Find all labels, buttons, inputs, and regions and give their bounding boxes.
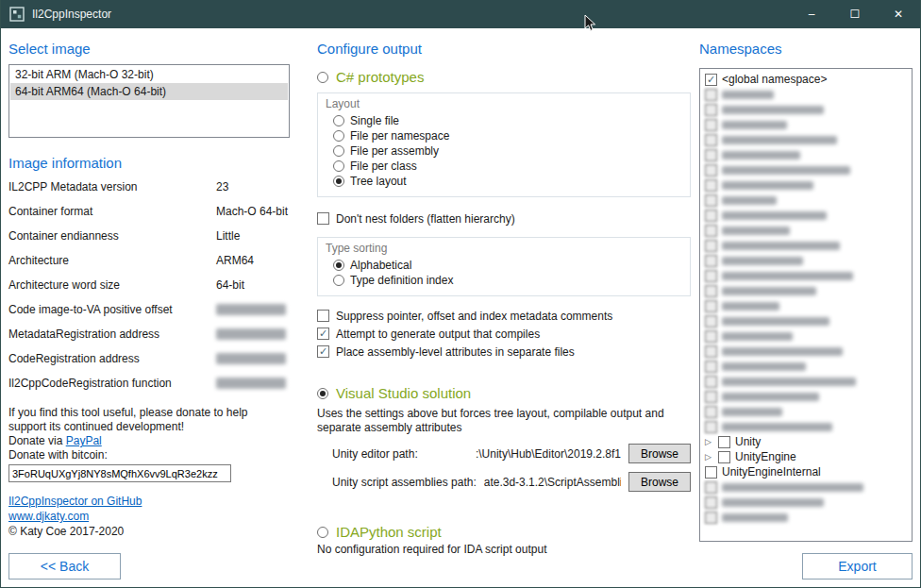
- checkbox[interactable]: [705, 255, 717, 267]
- image-list-item[interactable]: 64-bit ARM64 (Mach-O 64-bit): [10, 83, 288, 100]
- expander-icon[interactable]: ▷: [705, 434, 713, 449]
- checkbox[interactable]: [705, 361, 717, 373]
- minimize-button[interactable]: –: [790, 0, 833, 28]
- namespace-row[interactable]: [702, 313, 910, 328]
- namespace-row[interactable]: [702, 510, 910, 525]
- flatten-checkbox-row[interactable]: Don't nest folders (flatten hierarchy): [317, 212, 691, 226]
- checkbox[interactable]: [705, 512, 717, 524]
- checkbox[interactable]: [705, 421, 717, 433]
- checkbox[interactable]: [705, 466, 717, 479]
- checkbox[interactable]: [705, 134, 717, 146]
- checkbox[interactable]: [705, 496, 717, 509]
- namespace-row[interactable]: [702, 298, 910, 313]
- idapython-radio[interactable]: [317, 527, 328, 538]
- paypal-link[interactable]: PayPal: [66, 434, 102, 447]
- back-button[interactable]: << Back: [8, 553, 121, 580]
- namespace-row[interactable]: [702, 404, 910, 419]
- checkbox[interactable]: [705, 179, 717, 192]
- checkbox[interactable]: [718, 436, 730, 448]
- radio[interactable]: [333, 176, 344, 187]
- image-list[interactable]: 32-bit ARM (Mach-O 32-bit)64-bit ARM64 (…: [8, 64, 290, 138]
- layout-option[interactable]: Single file: [333, 113, 682, 127]
- namespace-list[interactable]: ✓<global namespace>▷Unity▷UnityEngineUni…: [699, 68, 913, 542]
- layout-option[interactable]: File per assembly: [333, 143, 682, 158]
- checkbox[interactable]: [718, 451, 730, 463]
- radio[interactable]: [333, 160, 344, 172]
- checkbox[interactable]: ✓: [317, 328, 329, 340]
- namespace-row[interactable]: ▷Unity: [702, 434, 910, 449]
- namespace-row[interactable]: [702, 374, 910, 389]
- checkbox[interactable]: [705, 89, 717, 101]
- namespace-row[interactable]: [702, 283, 910, 298]
- checkbox[interactable]: [317, 310, 329, 322]
- type-sorting-option[interactable]: Alphabetical: [333, 258, 682, 272]
- output-option-checkbox-row[interactable]: ✓Place assembly-level attributes in sepa…: [317, 345, 691, 359]
- layout-option[interactable]: File per namespace: [333, 128, 682, 143]
- namespace-row[interactable]: [702, 223, 910, 238]
- visual-studio-radio[interactable]: [317, 388, 328, 399]
- idapython-option[interactable]: IDAPython script: [317, 524, 691, 540]
- checkbox[interactable]: [705, 104, 717, 116]
- csharp-prototypes-option[interactable]: C# prototypes: [317, 69, 691, 85]
- layout-option[interactable]: File per class: [333, 159, 682, 173]
- visual-studio-option[interactable]: Visual Studio solution: [317, 385, 691, 401]
- bitcoin-address-input[interactable]: [8, 464, 231, 482]
- type-sorting-option[interactable]: Type definition index: [333, 273, 682, 287]
- checkbox[interactable]: [705, 225, 717, 237]
- namespace-row[interactable]: [702, 253, 910, 268]
- checkbox[interactable]: [705, 406, 717, 418]
- output-option-checkbox-row[interactable]: Suppress pointer, offset and index metad…: [317, 310, 691, 323]
- namespace-row[interactable]: [702, 238, 910, 253]
- unity-script-browse-button[interactable]: Browse: [628, 472, 691, 492]
- checkbox[interactable]: [705, 240, 717, 252]
- checkbox[interactable]: [705, 300, 717, 312]
- checkbox[interactable]: [705, 376, 717, 388]
- checkbox[interactable]: [705, 345, 717, 358]
- namespace-row[interactable]: [702, 87, 910, 102]
- close-button[interactable]: ✕: [877, 0, 920, 28]
- checkbox[interactable]: ✓: [705, 74, 717, 86]
- expander-icon[interactable]: ▷: [705, 449, 713, 464]
- export-button[interactable]: Export: [802, 553, 913, 580]
- namespace-row[interactable]: [702, 208, 910, 223]
- namespace-row[interactable]: [702, 102, 910, 117]
- checkbox[interactable]: [705, 481, 717, 494]
- namespace-row[interactable]: [702, 479, 910, 495]
- namespace-row[interactable]: [702, 359, 910, 374]
- namespace-row[interactable]: [702, 419, 910, 434]
- flatten-checkbox[interactable]: [317, 212, 329, 225]
- checkbox[interactable]: ✓: [317, 345, 329, 358]
- maximize-button[interactable]: ☐: [833, 0, 877, 28]
- namespace-row[interactable]: [702, 495, 910, 510]
- checkbox[interactable]: [705, 270, 717, 282]
- checkbox[interactable]: [705, 315, 717, 328]
- namespace-row[interactable]: [702, 117, 910, 132]
- radio[interactable]: [333, 130, 344, 142]
- radio[interactable]: [333, 275, 344, 286]
- unity-editor-browse-button[interactable]: Browse: [628, 444, 691, 463]
- namespace-row[interactable]: [702, 177, 910, 193]
- checkbox[interactable]: [705, 330, 717, 343]
- namespace-row[interactable]: ✓<global namespace>: [702, 72, 910, 87]
- checkbox[interactable]: [705, 119, 717, 131]
- namespace-row[interactable]: [702, 162, 910, 177]
- namespace-row[interactable]: [702, 132, 910, 147]
- output-option-checkbox-row[interactable]: ✓Attempt to generate output that compile…: [317, 328, 691, 341]
- namespace-row[interactable]: [702, 328, 910, 344]
- radio[interactable]: [333, 115, 344, 126]
- checkbox[interactable]: [705, 210, 717, 222]
- checkbox[interactable]: [705, 164, 717, 176]
- namespace-row[interactable]: [702, 389, 910, 404]
- website-link[interactable]: www.djkaty.com: [8, 510, 89, 523]
- radio[interactable]: [333, 145, 344, 157]
- namespace-row[interactable]: [702, 268, 910, 283]
- github-link[interactable]: Il2CppInspector on GitHub: [8, 495, 142, 508]
- checkbox[interactable]: [705, 285, 717, 297]
- namespace-row[interactable]: UnityEngineInternal: [702, 464, 910, 479]
- namespace-row[interactable]: [702, 147, 910, 162]
- checkbox[interactable]: [705, 391, 717, 403]
- checkbox[interactable]: [705, 194, 717, 207]
- namespace-row[interactable]: [702, 344, 910, 359]
- namespace-row[interactable]: [702, 193, 910, 208]
- image-list-item[interactable]: 32-bit ARM (Mach-O 32-bit): [10, 66, 288, 83]
